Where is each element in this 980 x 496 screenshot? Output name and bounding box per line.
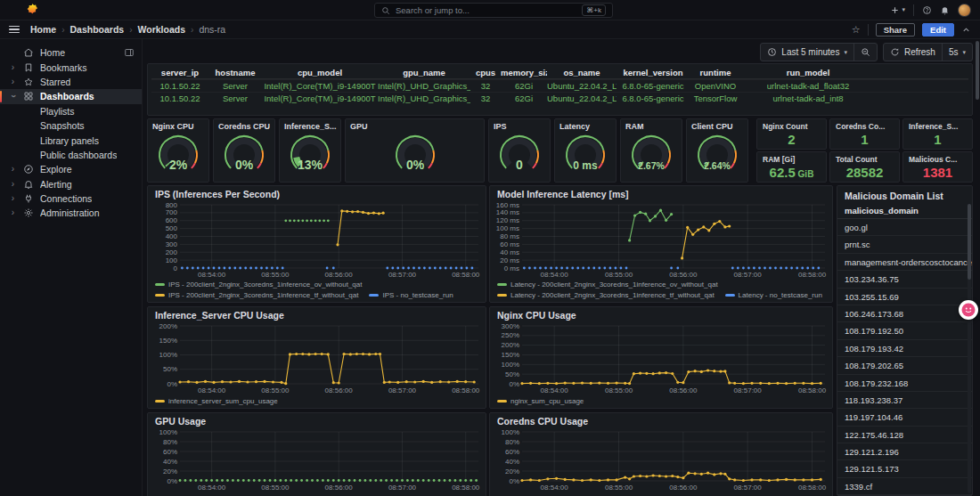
y-axis-tick: 100 ms (496, 224, 519, 232)
column-header-cpus[interactable]: cpus (470, 68, 501, 77)
sidebar-item-explore[interactable]: ›Explore (0, 162, 142, 176)
column-header-cpu-model[interactable]: cpu_model (262, 68, 378, 77)
panel-title[interactable]: RAM (621, 119, 682, 131)
sidebar-item-dashboards[interactable]: ›Dashboards (0, 89, 142, 103)
gauge-panel-inference-s: Inference_S...13% (279, 118, 341, 183)
panel-title[interactable]: Model Inference Latency [ms] (490, 186, 832, 199)
sidebar-item-library-panels[interactable]: Library panels (0, 133, 142, 147)
stat-title[interactable]: RAM [Gi] (757, 152, 826, 164)
stat-title[interactable]: Nginx Count (757, 119, 826, 131)
column-header-gpu-name[interactable]: gpu_name (378, 68, 470, 77)
collapse-header-chevron-icon[interactable] (961, 25, 971, 35)
breadcrumb-separator: › (191, 25, 193, 35)
sidebar-item-connections[interactable]: ›Connections (0, 191, 142, 206)
grafana-logo-icon[interactable] (25, 3, 39, 17)
sidebar-item-bookmarks[interactable]: ›Bookmarks (0, 60, 142, 74)
dock-sidebar-icon[interactable] (124, 47, 135, 58)
panel-title[interactable]: IPS (Inferences Per Second) (148, 186, 486, 199)
time-range-picker[interactable]: Last 5 minutes ▾ (761, 44, 853, 61)
data-point (280, 479, 282, 482)
panel-title[interactable]: Nginx CPU Usage (490, 307, 832, 321)
breadcrumb-item-dashboards[interactable]: Dashboards (70, 24, 125, 35)
floating-assistant-button[interactable] (959, 300, 978, 320)
stat-title[interactable]: Total Count (830, 152, 899, 164)
inference-cpu-chart-plot[interactable]: 0%50%100%150%200%08:54:0008:55:0008:56:0… (153, 322, 482, 395)
panel-title[interactable]: Coredns CPU (214, 119, 274, 131)
edit-button[interactable]: Edit (922, 23, 954, 37)
data-point (764, 267, 766, 270)
scrollbar-thumb[interactable] (968, 204, 971, 280)
panel-title[interactable]: Inference_S... (280, 119, 340, 131)
sidebar-item-administration[interactable]: ›Administration (0, 206, 142, 220)
breadcrumb-item-home[interactable]: Home (30, 24, 56, 35)
sidebar-item-playlists[interactable]: Playlists (0, 104, 142, 118)
legend-item[interactable]: Latency - 200client_2nginx_3coredns_1inf… (497, 291, 715, 299)
search-placeholder: Search or jump to... (396, 5, 470, 15)
panel-title[interactable]: Inference_Server CPU Usage (148, 307, 486, 321)
mega-menu-toggle-icon[interactable] (9, 26, 20, 33)
panel-title[interactable]: IPS (489, 119, 550, 131)
legend-item[interactable]: inference_server_sum_cpu_usage (155, 397, 278, 405)
chevron-right-icon[interactable]: › (9, 194, 17, 203)
legend-item[interactable]: IPS - no_testcase_run (369, 291, 453, 299)
chevron-right-icon[interactable]: › (9, 208, 17, 217)
x-axis-tick: 08:54:00 (541, 484, 569, 492)
panel-title[interactable]: Malicious Domain List (837, 186, 972, 202)
stat-title[interactable]: Inference_S... (903, 119, 972, 131)
sidebar-item-snapshots[interactable]: Snapshots (0, 118, 142, 133)
chevron-down-icon[interactable]: › (9, 93, 18, 101)
legend-item[interactable]: IPS - 200client_2nginx_3coredns_1inferen… (155, 291, 358, 299)
legend-item[interactable]: nginx_sum_cpu_usage (497, 397, 584, 405)
gpu-usage-chart-plot[interactable]: 0%20%40%60%80%100%08:54:0008:55:0008:56:… (153, 428, 482, 492)
zoom-out-button[interactable] (853, 44, 877, 61)
data-point (346, 210, 348, 213)
coredns-cpu-chart-plot[interactable]: 0%20%40%60%80%100%08:54:0008:55:0008:56:… (495, 428, 829, 492)
legend-item[interactable]: IPS - 200client_2nginx_3coredns_1inferen… (155, 281, 362, 289)
column-header-memory-size[interactable]: memory_size (501, 68, 547, 77)
panel-title[interactable]: GPU Usage (148, 413, 486, 427)
chevron-right-icon[interactable]: › (9, 180, 17, 189)
chevron-right-icon[interactable]: › (9, 165, 17, 174)
column-header-server-ip[interactable]: server_ip (151, 68, 208, 77)
ips-chart-plot[interactable]: 010020030040050060070080008:54:0008:55:0… (153, 201, 482, 280)
sidebar-item-home[interactable]: Home (0, 45, 142, 60)
panel-title[interactable]: Coredns CPU Usage (490, 413, 832, 427)
data-point (332, 267, 335, 270)
column-header-kernel-version[interactable]: kernel_version (617, 68, 690, 77)
chevron-right-icon[interactable]: › (9, 63, 17, 72)
nginx-cpu-chart-plot[interactable]: 0%50%100%150%200%250%300%08:54:0008:55:0… (495, 322, 829, 395)
column-header-runtime[interactable]: runtime (690, 68, 741, 77)
panel-title[interactable]: GPU (346, 119, 484, 131)
table-cell: Ubuntu_22.04.2_LTS (547, 81, 617, 91)
legend-item[interactable]: Latency - 200client_2nginx_3coredns_1inf… (497, 281, 718, 289)
add-button[interactable]: ▾ (890, 5, 905, 15)
user-avatar[interactable] (958, 4, 971, 17)
column-header-hostname[interactable]: hostname (208, 68, 262, 77)
latency-chart-plot[interactable]: 0 ms20 ms40 ms60 ms80 ms100 ms120 ms140 … (495, 201, 829, 280)
stat-title[interactable]: Malicious C... (903, 152, 972, 164)
panel-title[interactable]: Client CPU (687, 119, 747, 131)
search-input[interactable]: Search or jump to... ⌘+k (374, 3, 613, 18)
help-icon[interactable] (922, 5, 932, 15)
star-dashboard-icon[interactable]: ☆ (852, 24, 861, 36)
legend-item[interactable]: Latency - no_testcase_run (725, 291, 822, 299)
y-axis-tick: 400 (166, 232, 178, 240)
stat-panel-inference-s: Inference_S...1 (902, 118, 973, 150)
page-scrollbar-thumb[interactable] (976, 41, 979, 100)
chevron-right-icon[interactable]: › (9, 77, 17, 86)
panel-title[interactable]: Latency (555, 119, 616, 131)
sidebar-item-public-dashboards[interactable]: Public dashboards (0, 148, 142, 162)
sidebar-item-starred[interactable]: ›Starred (0, 75, 142, 89)
panel-title[interactable]: Nginx CPU (148, 119, 208, 131)
refresh-interval-select[interactable]: 5s ▾ (942, 44, 972, 61)
refresh-button[interactable]: Refresh (884, 44, 942, 61)
sidebar-item-alerting[interactable]: ›Alerting (0, 177, 142, 191)
breadcrumb-item-workloads[interactable]: Workloads (138, 24, 185, 35)
column-header[interactable]: malicious_domain (837, 202, 972, 219)
x-axis-tick: 08:56:00 (325, 386, 354, 394)
notifications-bell-icon[interactable] (940, 5, 950, 15)
stat-title[interactable]: Coredns Co... (830, 119, 899, 131)
share-button[interactable]: Share (876, 23, 915, 37)
column-header-run-model[interactable]: run_model (741, 68, 875, 77)
column-header-os-name[interactable]: os_name (547, 68, 617, 77)
